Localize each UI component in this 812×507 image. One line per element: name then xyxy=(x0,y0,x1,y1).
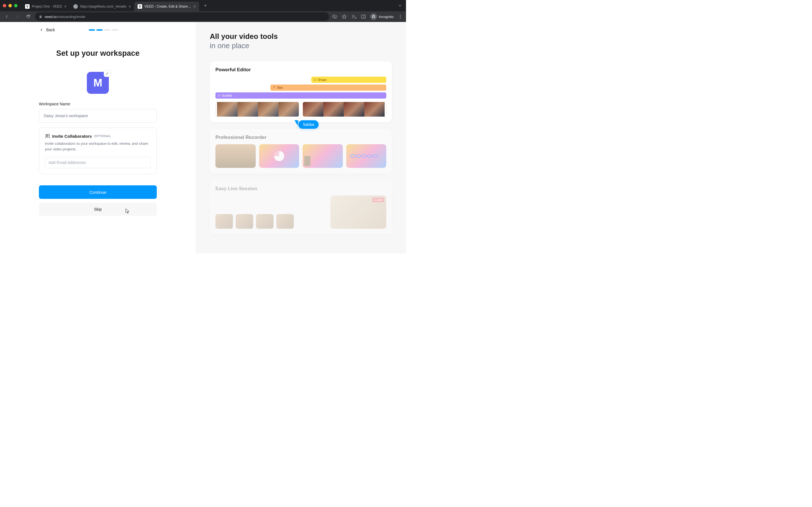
live-main-video: ● LIVE xyxy=(331,195,386,229)
participant-thumb xyxy=(256,214,273,229)
page-title: Set up your workspace xyxy=(39,49,157,58)
close-window-button[interactable] xyxy=(3,4,6,7)
svg-point-3 xyxy=(400,18,401,18)
address-bar[interactable]: veed.io/onboarding/invite xyxy=(35,12,329,21)
reload-button[interactable] xyxy=(24,13,32,20)
skip-button[interactable]: Skip xyxy=(39,203,157,216)
svg-point-2 xyxy=(400,16,401,17)
panel-icon[interactable] xyxy=(361,14,366,19)
feature-title: Professional Recorder xyxy=(215,135,386,140)
back-link[interactable]: Back xyxy=(40,27,55,32)
video-clip xyxy=(303,102,386,117)
close-tab-icon[interactable]: × xyxy=(64,4,66,9)
subtitle-icon xyxy=(218,94,220,97)
tab-title: Project One - VEED xyxy=(32,4,62,8)
feature-title: Powerful Editor xyxy=(215,67,386,73)
live-badge: ● LIVE xyxy=(372,198,384,202)
participant-thumb xyxy=(236,214,253,229)
recorder-feature-card: Professional Recorder xyxy=(210,129,392,173)
tab-title: VEED - Create, Edit & Share Vi xyxy=(144,4,191,8)
waveform-icon xyxy=(350,152,378,160)
svg-rect-0 xyxy=(361,15,365,18)
svg-rect-6 xyxy=(218,95,220,96)
editor-feature-card: Powerful Editor Shape Text Subtitle xyxy=(210,61,392,122)
browser-tab[interactable]: https://pageflows.com/_/emails × xyxy=(70,2,134,11)
collaborator-cursor: Sabba xyxy=(296,119,319,130)
promo-panel: All your video tools in one place Powerf… xyxy=(196,22,406,253)
browser-tab[interactable]: V Project One - VEED × xyxy=(22,2,70,11)
back-label: Back xyxy=(46,27,55,32)
recorder-tile xyxy=(346,144,387,168)
workspace-avatar[interactable]: M xyxy=(87,72,109,94)
back-nav-button[interactable] xyxy=(3,13,11,20)
close-tab-icon[interactable]: × xyxy=(129,4,131,9)
clip-handle-icon xyxy=(385,102,386,117)
invite-collaborators-card: Invite Collaborators OPTIONAL Invite col… xyxy=(39,128,157,174)
progress-step xyxy=(96,29,103,31)
lock-icon xyxy=(39,15,42,18)
workspace-name-label: Workspace Name xyxy=(39,102,157,106)
recorder-tile xyxy=(259,144,299,168)
close-tab-icon[interactable]: × xyxy=(193,4,196,9)
recorder-tile xyxy=(215,144,256,168)
optional-badge: OPTIONAL xyxy=(94,134,111,138)
participant-thumb xyxy=(215,214,233,229)
maximize-window-button[interactable] xyxy=(14,4,17,7)
onboarding-panel: Back Set up your workspace M Workspace N… xyxy=(0,22,196,253)
recorder-tile xyxy=(303,144,343,168)
text-icon xyxy=(273,86,275,89)
menu-icon[interactable] xyxy=(398,14,403,19)
chevron-left-icon xyxy=(40,28,43,32)
pip-icon xyxy=(304,156,310,166)
playlist-icon[interactable] xyxy=(351,14,357,19)
timeline-track-subtitle: Subtitle xyxy=(215,93,386,99)
tab-list: V Project One - VEED × https://pageflows… xyxy=(22,0,398,11)
eye-off-icon[interactable] xyxy=(332,14,338,19)
video-timeline xyxy=(215,102,386,117)
tab-favicon: V xyxy=(138,4,142,9)
browser-tab-active[interactable]: V VEED - Create, Edit & Share Vi × xyxy=(134,2,199,11)
invite-title: Invite Collaborators xyxy=(52,134,92,138)
browser-tab-strip: V Project One - VEED × https://pageflows… xyxy=(0,0,406,11)
incognito-icon xyxy=(370,13,377,20)
new-tab-button[interactable]: + xyxy=(201,2,209,10)
continue-button[interactable]: Continue xyxy=(39,185,157,199)
workspace-name-input[interactable] xyxy=(39,109,157,122)
window-controls xyxy=(3,4,17,7)
participant-thumb xyxy=(276,214,294,229)
progress-step xyxy=(104,29,110,31)
url-text: veed.io/onboarding/invite xyxy=(45,15,86,19)
avatar-initial: M xyxy=(93,77,102,89)
tab-favicon-globe-icon xyxy=(73,4,78,9)
timeline-track-shape: Shape xyxy=(311,76,386,83)
email-addresses-input[interactable] xyxy=(45,157,151,168)
svg-point-4 xyxy=(46,134,48,136)
browser-toolbar: veed.io/onboarding/invite Incognito xyxy=(0,11,406,22)
forward-nav-button[interactable] xyxy=(13,13,21,20)
incognito-indicator[interactable]: Incognito xyxy=(370,13,394,20)
progress-step xyxy=(89,29,95,31)
progress-step xyxy=(112,29,118,31)
progress-pie-icon xyxy=(274,151,284,161)
invite-description: Invite collaborators to your workspace t… xyxy=(45,141,151,152)
cursor-user-label: Sabba xyxy=(298,120,319,129)
promo-subheading: in one place xyxy=(210,41,392,50)
timeline-track-text: Text xyxy=(270,84,386,91)
star-icon[interactable] xyxy=(342,14,347,19)
svg-point-5 xyxy=(314,78,316,81)
svg-point-1 xyxy=(400,15,401,15)
tab-title: https://pageflows.com/_/emails xyxy=(80,4,126,8)
minimize-window-button[interactable] xyxy=(8,4,12,7)
progress-indicator xyxy=(89,29,118,31)
tab-overflow-icon[interactable] xyxy=(398,4,402,7)
shape-icon xyxy=(313,78,316,81)
feature-title: Easy Live Session xyxy=(215,186,386,191)
page-content: Back Set up your workspace M Workspace N… xyxy=(0,22,406,253)
incognito-label: Incognito xyxy=(378,15,394,19)
toolbar-actions: Incognito xyxy=(332,13,403,20)
users-icon xyxy=(45,133,50,138)
tab-favicon: V xyxy=(25,4,30,9)
pencil-icon xyxy=(105,72,109,75)
edit-avatar-button[interactable] xyxy=(104,70,110,77)
promo-heading: All your video tools xyxy=(210,32,392,41)
